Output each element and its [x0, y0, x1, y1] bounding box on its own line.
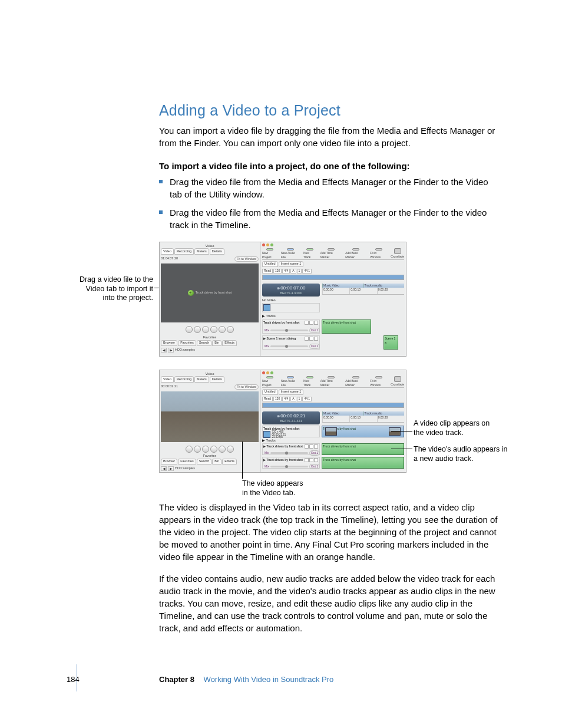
close-icon[interactable] — [262, 371, 265, 374]
volume-slider[interactable] — [270, 452, 308, 454]
doc-tab-scene[interactable]: Insert scene 1 — [279, 389, 304, 395]
minimize-icon[interactable] — [266, 371, 269, 374]
transport-prev-button[interactable] — [194, 326, 201, 333]
transport-next-button[interactable] — [210, 326, 217, 333]
output-selector[interactable]: Out 1 — [309, 464, 320, 469]
tab-bin[interactable]: Bin — [212, 340, 222, 346]
transport-prev-button[interactable] — [194, 446, 201, 453]
param-rate[interactable]: 44.1 — [302, 269, 312, 274]
fit-to-window-button[interactable]: Fit to Window — [234, 384, 259, 390]
tab-effects[interactable]: Effects — [222, 340, 237, 346]
track-mute-button[interactable] — [305, 444, 309, 449]
param-rate[interactable]: 44.1 — [302, 397, 312, 401]
tool-add-time-marker[interactable]: Add Time Marker — [320, 248, 342, 259]
param-tempo[interactable]: 120 — [273, 397, 282, 401]
tab-meters[interactable]: Meters — [194, 376, 209, 383]
tool-new-track[interactable]: New Track — [303, 248, 317, 259]
tool-crossfade[interactable]: Crossfade — [391, 376, 404, 387]
nav-back-button[interactable]: ◀ — [161, 466, 167, 471]
transport-loop-button[interactable] — [227, 446, 234, 453]
tab-recording[interactable]: Recording — [174, 248, 194, 255]
transport-rewind-button[interactable] — [186, 326, 193, 333]
nav-forward-button[interactable]: ▶ — [168, 348, 174, 353]
tab-favorites[interactable]: Favorites — [178, 459, 196, 465]
tool-add-time-marker[interactable]: Add Time Marker — [320, 376, 342, 387]
transport-end-button[interactable] — [219, 326, 226, 333]
zoom-icon[interactable] — [270, 371, 273, 374]
nav-back-button[interactable]: ◀ — [161, 348, 167, 353]
param-key[interactable]: A — [290, 269, 296, 274]
tab-browser[interactable]: Browser — [161, 340, 177, 346]
doc-tab-untitled[interactable]: Untitled — [262, 389, 278, 395]
nav-forward-button[interactable]: ▶ — [168, 466, 174, 471]
transport-play-button[interactable] — [202, 326, 209, 333]
tool-new-audio-file[interactable]: New Audio File — [281, 376, 300, 387]
tab-browser[interactable]: Browser — [161, 459, 177, 465]
volume-slider[interactable] — [270, 330, 308, 331]
track-solo-button[interactable] — [309, 458, 313, 462]
doc-tab-scene[interactable]: Insert scene 1 — [279, 261, 304, 267]
track-arm-button[interactable] — [314, 458, 318, 462]
track-solo-button[interactable] — [309, 337, 313, 341]
tab-favorites[interactable]: Favorites — [178, 340, 196, 346]
video-track-head[interactable]: Truck drives by front shot 720 x 480 00:… — [262, 426, 320, 437]
transport-next-button[interactable] — [210, 446, 217, 453]
param-read[interactable]: Read — [262, 397, 273, 401]
minimize-icon[interactable] — [266, 243, 269, 246]
tool-fit-window[interactable]: Fit in Window — [370, 376, 387, 387]
output-selector[interactable]: Out 1 — [309, 450, 320, 456]
tab-effects[interactable]: Effects — [222, 459, 237, 465]
track-mute-button[interactable] — [305, 458, 309, 462]
track-lane-1[interactable]: Truck drives by front shot — [322, 319, 404, 334]
tool-new-project[interactable]: New Project — [262, 248, 277, 259]
track-lane-1[interactable]: Truck drives by front shot — [322, 443, 404, 455]
tab-details[interactable]: Details — [210, 248, 224, 255]
tool-crossfade[interactable]: Crossfade — [391, 248, 404, 259]
tab-bin[interactable]: Bin — [212, 459, 222, 465]
zoom-icon[interactable] — [270, 243, 273, 246]
track-mute-button[interactable] — [305, 321, 309, 325]
transport-end-button[interactable] — [219, 446, 226, 453]
tool-new-project[interactable]: New Project — [262, 376, 277, 387]
video-tab-area[interactable]: Truck drives by front shot — [161, 263, 259, 322]
tab-video[interactable]: Video — [161, 376, 174, 383]
close-icon[interactable] — [262, 243, 265, 246]
tool-new-track[interactable]: New Track — [303, 376, 317, 387]
tab-search[interactable]: Search — [197, 340, 211, 346]
param-sig[interactable]: 4/4 — [282, 397, 290, 401]
param-bar[interactable]: 1 — [297, 269, 302, 274]
volume-slider[interactable] — [270, 345, 308, 347]
track-mute-button[interactable] — [305, 337, 309, 341]
volume-slider[interactable] — [270, 466, 308, 467]
tool-new-audio-file[interactable]: New Audio File — [281, 248, 300, 259]
tab-search[interactable]: Search — [197, 459, 211, 465]
track-solo-button[interactable] — [309, 444, 313, 449]
transport-play-button[interactable] — [202, 446, 209, 453]
audio-clip[interactable]: Truck drives by front shot — [322, 319, 371, 334]
audio-clip[interactable]: Truck drives by front shot — [322, 457, 404, 469]
video-track-lane[interactable]: Truck drives by front shot — [322, 426, 404, 437]
tab-video[interactable]: Video — [161, 248, 174, 255]
doc-tab-untitled[interactable]: Untitled — [262, 261, 278, 267]
track-solo-button[interactable] — [309, 321, 313, 325]
transport-rewind-button[interactable] — [186, 446, 193, 453]
tool-add-beat-marker[interactable]: Add Beat Marker — [345, 376, 366, 387]
tab-details[interactable]: Details — [210, 376, 224, 383]
output-selector[interactable]: Out 1 — [309, 328, 320, 333]
param-read[interactable]: Read — [262, 269, 273, 274]
track-arm-button[interactable] — [314, 321, 318, 325]
param-tempo[interactable]: 120 — [273, 269, 282, 274]
param-key[interactable]: A — [290, 397, 296, 401]
fit-to-window-button[interactable]: Fit to Window — [234, 256, 259, 262]
timeline-ruler[interactable] — [262, 275, 404, 280]
track-arm-button[interactable] — [314, 337, 318, 341]
param-bar[interactable]: 1 — [297, 397, 302, 401]
tab-meters[interactable]: Meters — [194, 248, 209, 255]
param-sig[interactable]: 4/4 — [282, 269, 290, 274]
timeline-ruler[interactable] — [262, 403, 404, 408]
transport-loop-button[interactable] — [227, 326, 234, 333]
track-arm-button[interactable] — [314, 444, 318, 449]
tool-add-beat-marker[interactable]: Add Beat Marker — [345, 248, 366, 259]
video-tab-area[interactable] — [161, 391, 259, 442]
audio-clip[interactable]: Truck drives by front shot — [322, 443, 404, 455]
